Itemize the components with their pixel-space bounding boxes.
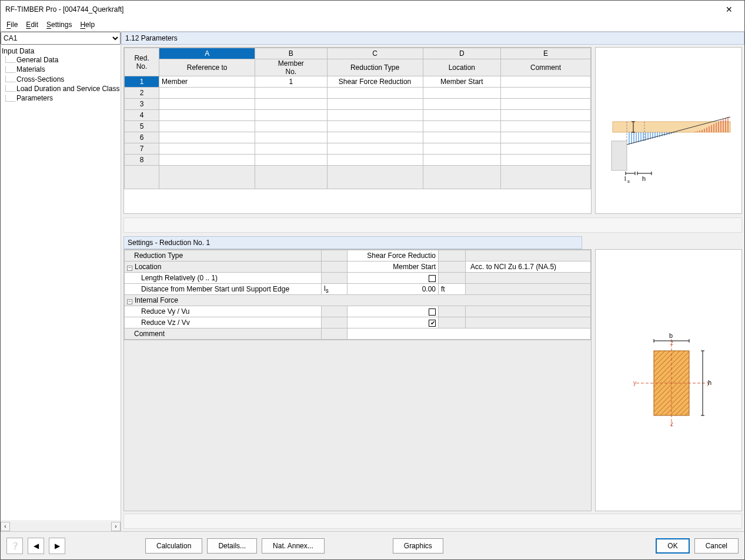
next-icon-button[interactable]: ▶: [49, 538, 65, 554]
svg-rect-0: [613, 122, 730, 132]
details-button[interactable]: Details...: [207, 538, 257, 554]
row-distance[interactable]: Distance from Member Start until Support…: [125, 284, 322, 295]
sidebar: CA1 Input Data General Data Materials Cr…: [1, 32, 121, 531]
graphics-button[interactable]: Graphics: [393, 538, 443, 554]
bottom-bar: ❔ ◀ ▶ Calculation Details... Nat. Annex.…: [1, 531, 744, 559]
ok-button[interactable]: OK: [656, 538, 689, 554]
col-member-no[interactable]: MemberNo.: [255, 59, 327, 76]
tree-item-general[interactable]: General Data: [2, 55, 119, 65]
menu-edit[interactable]: Edit: [26, 21, 38, 29]
row-comment[interactable]: Comment: [125, 328, 322, 340]
checkbox-reduce-vy[interactable]: [348, 306, 439, 317]
close-button[interactable]: ✕: [717, 3, 741, 16]
svg-text:l: l: [624, 175, 626, 182]
row-reduce-vy[interactable]: Reduce Vy / Vu: [125, 306, 322, 317]
body: CA1 Input Data General Data Materials Cr…: [1, 31, 744, 531]
settings-filler: [124, 340, 591, 511]
svg-text:y: y: [633, 380, 636, 386]
row-reduction-type[interactable]: Reduction Type: [125, 250, 322, 261]
distance-symbol: ls: [322, 284, 348, 295]
case-dropdown[interactable]: CA1: [1, 32, 121, 45]
row-length-rel[interactable]: Length Relatively (0 .. 1): [125, 273, 322, 284]
table-filler: [125, 166, 591, 189]
diagram-shear: ls h: [595, 47, 742, 214]
parameters-table[interactable]: Red.No. A B C D E Reference to MemberNo.…: [123, 47, 592, 214]
settings-title: Settings - Reduction No. 1: [123, 236, 582, 249]
menu-help[interactable]: Help: [80, 21, 95, 29]
svg-rect-1: [612, 141, 627, 170]
col-E[interactable]: E: [501, 48, 591, 59]
case-selector[interactable]: CA1: [1, 32, 121, 45]
section-diagram-svg: y y z z b h: [601, 310, 736, 451]
svg-text:s: s: [627, 179, 630, 183]
next-icon: ▶: [55, 542, 60, 550]
window-title: RF-TIMBER Pro - [004744_Querkraft]: [5, 5, 123, 14]
menu-file[interactable]: File: [6, 21, 18, 29]
prev-icon: ◀: [34, 542, 39, 550]
menubar: File Edit Settings Help: [1, 18, 744, 31]
scroll-track[interactable]: [10, 522, 111, 531]
diagram-section: y y z z b h: [595, 249, 742, 511]
col-B[interactable]: B: [255, 48, 327, 59]
status-row-2: [123, 514, 742, 529]
table-row[interactable]: 8: [125, 155, 591, 166]
svg-text:b: b: [669, 332, 673, 339]
col-location[interactable]: Location: [423, 59, 501, 76]
status-row-1: [123, 217, 742, 233]
scroll-left-icon[interactable]: ‹: [1, 522, 10, 531]
col-A[interactable]: A: [159, 48, 255, 59]
tree-item-load-duration[interactable]: Load Duration and Service Class: [2, 84, 119, 93]
shear-diagram-svg: ls h: [601, 78, 736, 183]
cancel-button[interactable]: Cancel: [694, 538, 739, 554]
scroll-right-icon[interactable]: ›: [111, 522, 121, 531]
col-reference[interactable]: Reference to: [159, 59, 255, 76]
col-reduction-type[interactable]: Reduction Type: [327, 59, 423, 76]
col-C[interactable]: C: [327, 48, 423, 59]
menu-settings[interactable]: Settings: [46, 21, 72, 29]
col-comment[interactable]: Comment: [501, 59, 591, 76]
table-row[interactable]: 6: [125, 132, 591, 143]
tree-root[interactable]: Input Data: [2, 47, 119, 55]
tree-item-materials[interactable]: Materials: [2, 65, 119, 74]
checkbox-length-rel[interactable]: [348, 273, 439, 284]
sidebar-scrollbar[interactable]: ‹ ›: [1, 521, 121, 531]
prev-icon-button[interactable]: ◀: [28, 538, 44, 554]
checkbox-reduce-vz[interactable]: [348, 317, 439, 328]
table-row[interactable]: 1Member1Shear Force ReductionMember Star…: [125, 76, 591, 88]
svg-text:z: z: [670, 421, 673, 427]
calculation-button[interactable]: Calculation: [145, 538, 202, 554]
help-icon-button[interactable]: ❔: [6, 538, 23, 554]
main: 1.12 Parameters Red.No. A B C D E: [121, 32, 744, 531]
app-window: RF-TIMBER Pro - [004744_Querkraft] ✕ Fil…: [0, 0, 745, 560]
table-row[interactable]: 3: [125, 99, 591, 110]
table-row[interactable]: 4: [125, 110, 591, 121]
nat-annex-button[interactable]: Nat. Annex...: [262, 538, 325, 554]
table-row[interactable]: 7: [125, 143, 591, 155]
section-title: 1.12 Parameters: [121, 32, 744, 45]
col-D[interactable]: D: [423, 48, 501, 59]
svg-text:h: h: [708, 379, 711, 386]
table-row[interactable]: 5: [125, 121, 591, 132]
row-internal-force[interactable]: −Internal Force: [125, 295, 591, 306]
tree-item-cross-sections[interactable]: Cross-Sections: [2, 75, 119, 84]
titlebar: RF-TIMBER Pro - [004744_Querkraft] ✕: [1, 1, 744, 18]
table-row[interactable]: 2: [125, 88, 591, 99]
row-reduce-vz[interactable]: Reduce Vz / Vv: [125, 317, 322, 328]
tree-item-parameters[interactable]: Parameters: [2, 93, 119, 103]
help-icon: ❔: [11, 542, 19, 550]
settings-table[interactable]: Reduction TypeShear Force Reductio −Loca…: [123, 249, 592, 511]
row-location[interactable]: −Location: [125, 261, 322, 273]
col-red-no[interactable]: Red.No.: [125, 48, 159, 76]
nav-tree: Input Data General Data Materials Cross-…: [1, 45, 121, 521]
comment-value[interactable]: [348, 328, 591, 340]
distance-value[interactable]: 0.00: [348, 284, 439, 295]
svg-text:h: h: [642, 175, 646, 182]
